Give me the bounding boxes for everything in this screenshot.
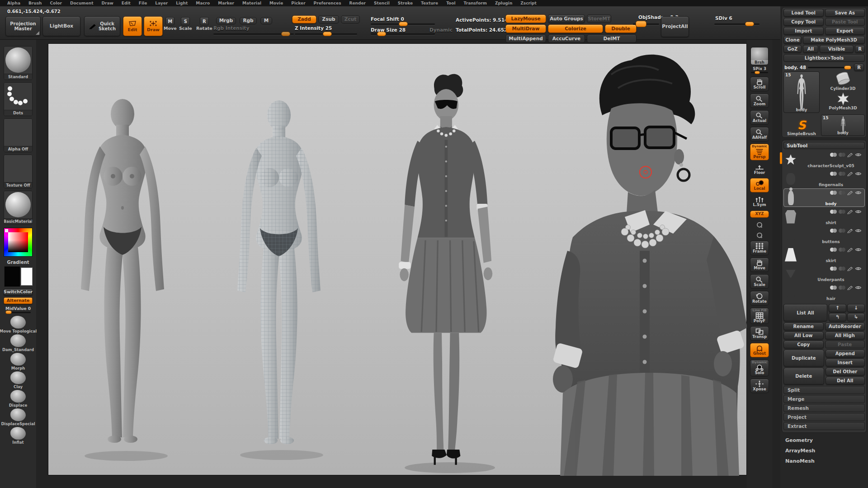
menu-item[interactable]: Document xyxy=(66,1,97,5)
viewport-tool-button[interactable]: Zoom xyxy=(750,94,769,108)
viewport-tool-button[interactable]: Line Fill PolyF xyxy=(750,308,769,324)
subtool-section-header[interactable]: Split xyxy=(783,386,865,394)
edit-subtool-icon[interactable] xyxy=(847,247,853,252)
edit-subtool-icon[interactable] xyxy=(847,190,853,195)
rgb-intensity-slider[interactable] xyxy=(213,33,294,35)
visibility-eye-icon[interactable] xyxy=(855,209,862,214)
edit-subtool-icon[interactable] xyxy=(847,152,853,157)
model-figure-wireframe[interactable] xyxy=(237,100,321,444)
alpha-selector[interactable]: Alpha Off xyxy=(4,118,33,152)
del-other-button[interactable]: Del Other xyxy=(826,368,865,375)
subtool-item[interactable]: hair xyxy=(783,283,865,302)
del-all-button[interactable]: Del All xyxy=(826,377,865,385)
export-button[interactable]: Export xyxy=(825,27,865,35)
edit-subtool-icon[interactable] xyxy=(847,171,853,176)
edit-subtool-icon[interactable] xyxy=(847,266,853,271)
visibility-eye-icon[interactable] xyxy=(855,190,862,195)
menu-item[interactable]: Marker xyxy=(214,1,238,5)
spix-handle[interactable] xyxy=(755,71,760,74)
texture-selector[interactable]: Texture Off xyxy=(4,155,33,188)
viewport-tool-button[interactable]: Scroll xyxy=(750,77,769,91)
spix-slider[interactable] xyxy=(751,72,768,73)
visibility-eye-icon[interactable] xyxy=(855,171,862,176)
r-quick-button[interactable]: R xyxy=(854,64,864,71)
quick-brush-item[interactable]: DisplaceSpecial xyxy=(1,408,35,426)
recent-tool-thumbnail[interactable]: 15 body xyxy=(821,114,865,136)
edit-subtool-icon[interactable] xyxy=(847,209,853,214)
subtool-move-in-button[interactable]: ↳ xyxy=(847,313,865,321)
tool-section-header[interactable]: NanoMesh xyxy=(782,456,867,466)
viewport-tool-button[interactable]: Scale xyxy=(750,274,769,289)
projection-master-button[interactable]: Projection Master xyxy=(5,16,41,36)
viewport-tool-button[interactable] xyxy=(750,230,769,240)
copy-subtool-button[interactable]: Copy xyxy=(783,341,824,348)
load-tool-button[interactable]: Load Tool xyxy=(783,9,824,17)
alternate-button[interactable]: Alternate xyxy=(4,297,33,304)
viewport-tool-button[interactable]: Move xyxy=(750,258,769,272)
canvas-viewport[interactable] xyxy=(48,43,747,475)
menu-item[interactable]: Brush xyxy=(25,1,45,5)
move-mode-button[interactable]: MMove xyxy=(164,17,177,31)
accucurve-button[interactable]: AccuCurve xyxy=(548,34,585,43)
menu-item[interactable]: File xyxy=(135,1,151,5)
import-button[interactable]: Import xyxy=(783,27,824,35)
active-tool-thumbnail[interactable]: 15 body xyxy=(783,71,820,113)
model-figure-closeup[interactable] xyxy=(552,55,747,476)
viewport-tool-button[interactable]: Rotate xyxy=(750,291,769,305)
z-intensity-slider[interactable] xyxy=(295,33,357,35)
projectall-button[interactable]: ProjectAll xyxy=(661,16,689,37)
gradient-label[interactable]: Gradient xyxy=(7,260,29,265)
midvalue-handle[interactable] xyxy=(5,310,12,314)
menu-item[interactable]: Render xyxy=(346,1,369,5)
draw-size-slider[interactable] xyxy=(371,33,435,35)
viewport-tool-button[interactable]: Floor xyxy=(750,163,769,176)
rename-button[interactable]: Rename xyxy=(783,323,824,330)
draw-mode-button[interactable]: Draw xyxy=(144,16,163,36)
colorize-button[interactable]: Colorize xyxy=(548,24,603,33)
multidraw-button[interactable]: MultiDraw xyxy=(505,24,546,33)
auto-groups-button[interactable]: Auto Groups xyxy=(548,14,585,23)
r-export-button[interactable]: R xyxy=(855,45,865,53)
focal-shift-slider[interactable] xyxy=(371,23,435,25)
zsub-button[interactable]: Zsub xyxy=(318,15,339,23)
menu-item[interactable]: Stencil xyxy=(370,1,393,5)
menu-item[interactable]: Zscript xyxy=(517,1,540,5)
saturation-value-square[interactable] xyxy=(8,232,28,252)
subtool-item[interactable]: Underpants xyxy=(783,264,865,283)
dynamic-label[interactable]: Dynamic xyxy=(429,27,453,33)
quick-brush-item[interactable]: Move Topological xyxy=(0,316,37,333)
lazymouse-button[interactable]: LazyMouse xyxy=(505,14,546,23)
viewport-tool-button[interactable]: Actual xyxy=(750,110,769,125)
make-polymesh3d-button[interactable]: Make PolyMesh3D xyxy=(803,36,865,44)
viewport-tool-button[interactable]: Ghost xyxy=(750,343,769,357)
subtool-item[interactable]: body xyxy=(783,188,865,207)
quick-brush-item[interactable]: Displace xyxy=(9,390,28,408)
duplicate-button[interactable]: Duplicate xyxy=(783,350,824,366)
paste-tool-button[interactable]: Paste Tool xyxy=(825,18,865,26)
draw-size-handle[interactable] xyxy=(377,32,386,36)
copy-tool-button[interactable]: Copy Tool xyxy=(783,18,824,26)
quick-brush-item[interactable]: Dam_Standard xyxy=(2,334,34,352)
viewport-tool-button[interactable]: Dynamic Persp xyxy=(750,144,769,160)
visibility-eye-icon[interactable] xyxy=(855,285,862,290)
menu-item[interactable]: Macro xyxy=(192,1,213,5)
subtool-down-button[interactable]: ↓ xyxy=(847,304,865,312)
viewport-tool-button[interactable]: Dynamic Solo xyxy=(750,360,769,376)
list-all-button[interactable]: List All xyxy=(783,304,827,321)
goz-button[interactable]: GoZ xyxy=(783,45,802,53)
viewport-tool-button[interactable] xyxy=(750,220,769,230)
lightbox-button[interactable]: LightBox xyxy=(42,16,80,36)
all-low-button[interactable]: All Low xyxy=(783,332,824,339)
all-button[interactable]: All xyxy=(803,45,818,53)
sdiv-slider[interactable] xyxy=(714,23,760,25)
subtool-item[interactable]: buttons xyxy=(783,226,865,245)
subtool-item[interactable]: fingernails xyxy=(783,169,865,188)
sdiv-handle[interactable] xyxy=(745,22,754,26)
color-picker[interactable] xyxy=(4,228,33,257)
viewport-tool-button[interactable]: Xpose xyxy=(750,379,769,393)
save-as-button[interactable]: Save As xyxy=(825,9,865,17)
focal-shift-handle[interactable] xyxy=(399,22,408,26)
menu-item[interactable]: Transform xyxy=(460,1,491,5)
subtool-section-header[interactable]: Project xyxy=(783,413,865,421)
viewport-tool-button[interactable]: L.Sym xyxy=(750,195,769,208)
